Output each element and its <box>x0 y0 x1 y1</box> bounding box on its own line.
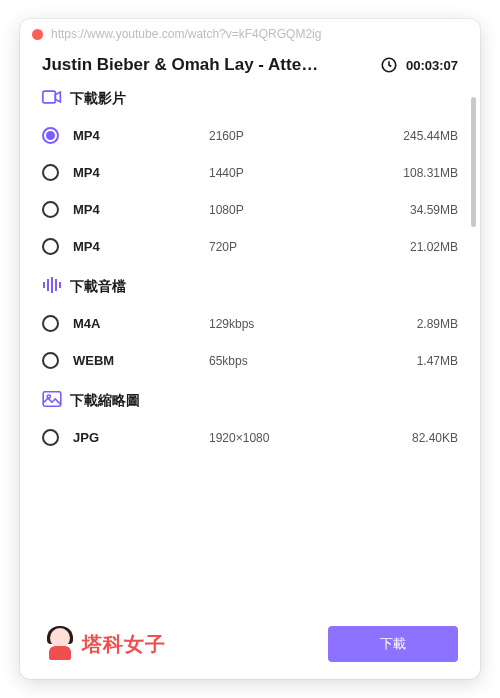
radio-icon[interactable] <box>42 315 59 332</box>
option-quality: 1080P <box>209 203 368 217</box>
option-size: 34.59MB <box>368 203 458 217</box>
section-header-thumbnail: 下載縮略圖 <box>42 391 458 411</box>
close-icon[interactable] <box>32 29 43 40</box>
option-size: 245.44MB <box>368 129 458 143</box>
svg-rect-6 <box>59 282 61 288</box>
audio-option-row[interactable]: WEBM65kbps1.47MB <box>42 342 458 379</box>
video-option-row[interactable]: MP41080P34.59MB <box>42 191 458 228</box>
content-area: Justin Bieber & Omah Lay - Atte… 00:03:0… <box>20 49 480 617</box>
option-format: MP4 <box>59 165 209 180</box>
radio-icon[interactable] <box>42 238 59 255</box>
audio-icon <box>42 277 62 297</box>
video-option-row[interactable]: MP41440P108.31MB <box>42 154 458 191</box>
app-window: https://www.youtube.com/watch?v=kF4QRGQM… <box>20 19 480 679</box>
option-size: 82.40KB <box>368 431 458 445</box>
image-icon <box>42 391 62 411</box>
svg-rect-7 <box>43 392 61 406</box>
section-header-video: 下載影片 <box>42 89 458 109</box>
option-format: MP4 <box>59 202 209 217</box>
option-size: 108.31MB <box>368 166 458 180</box>
option-format: JPG <box>59 430 209 445</box>
option-size: 2.89MB <box>368 317 458 331</box>
section-label-audio: 下載音檔 <box>70 278 126 296</box>
svg-rect-1 <box>43 91 56 103</box>
radio-icon[interactable] <box>42 127 59 144</box>
media-header: Justin Bieber & Omah Lay - Atte… 00:03:0… <box>42 55 458 75</box>
option-format: M4A <box>59 316 209 331</box>
footer: 塔科女子 下載 <box>20 617 480 679</box>
option-format: MP4 <box>59 239 209 254</box>
radio-icon[interactable] <box>42 352 59 369</box>
media-title: Justin Bieber & Omah Lay - Atte… <box>42 55 372 75</box>
audio-option-row[interactable]: M4A129kbps2.89MB <box>42 305 458 342</box>
video-option-row[interactable]: MP42160P245.44MB <box>42 117 458 154</box>
option-quality: 2160P <box>209 129 368 143</box>
radio-icon[interactable] <box>42 201 59 218</box>
svg-rect-2 <box>43 282 45 288</box>
option-format: MP4 <box>59 128 209 143</box>
option-size: 21.02MB <box>368 240 458 254</box>
svg-rect-4 <box>51 277 53 293</box>
scrollbar-thumb[interactable] <box>471 97 476 227</box>
brand-text: 塔科女子 <box>82 631 166 658</box>
url-display: https://www.youtube.com/watch?v=kF4QRGQM… <box>51 27 321 41</box>
clock-icon <box>380 56 398 74</box>
video-icon <box>42 89 62 109</box>
option-quality: 65kbps <box>209 354 368 368</box>
titlebar: https://www.youtube.com/watch?v=kF4QRGQM… <box>20 19 480 49</box>
option-quality: 129kbps <box>209 317 368 331</box>
radio-icon[interactable] <box>42 164 59 181</box>
svg-rect-5 <box>55 279 57 291</box>
section-header-audio: 下載音檔 <box>42 277 458 297</box>
option-quality: 1920×1080 <box>209 431 368 445</box>
thumbnail-option-row[interactable]: JPG1920×108082.40KB <box>42 419 458 456</box>
section-label-video: 下載影片 <box>70 90 126 108</box>
section-label-thumbnail: 下載縮略圖 <box>70 392 140 410</box>
option-quality: 1440P <box>209 166 368 180</box>
media-duration: 00:03:07 <box>406 58 458 73</box>
video-option-row[interactable]: MP4720P21.02MB <box>42 228 458 265</box>
option-size: 1.47MB <box>368 354 458 368</box>
brand-logo[interactable]: 塔科女子 <box>42 626 166 662</box>
brand-avatar-icon <box>42 626 78 662</box>
svg-rect-3 <box>47 279 49 291</box>
option-format: WEBM <box>59 353 209 368</box>
option-quality: 720P <box>209 240 368 254</box>
radio-icon[interactable] <box>42 429 59 446</box>
download-button[interactable]: 下載 <box>328 626 458 662</box>
